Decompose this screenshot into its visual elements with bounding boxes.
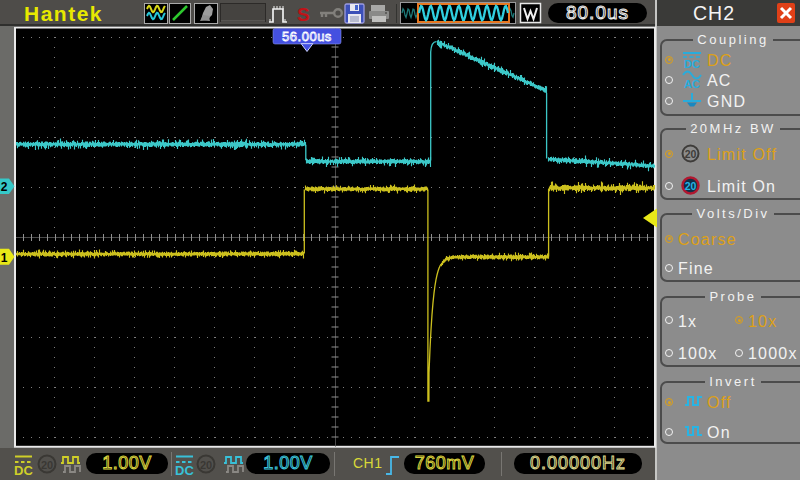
svg-text:2: 2 [1,180,8,194]
svg-text:DC: DC [175,463,194,478]
svg-text:56.00us: 56.00us [282,29,332,44]
svg-text:DC: DC [684,58,700,69]
svg-text:AC: AC [684,78,700,89]
svg-text:DC: DC [14,463,33,478]
svg-text:1: 1 [1,251,8,265]
svg-text:S: S [297,4,310,25]
svg-text:20: 20 [685,180,697,192]
svg-text:20: 20 [41,459,53,471]
svg-text:20: 20 [200,459,212,471]
svg-text:20: 20 [685,148,697,160]
